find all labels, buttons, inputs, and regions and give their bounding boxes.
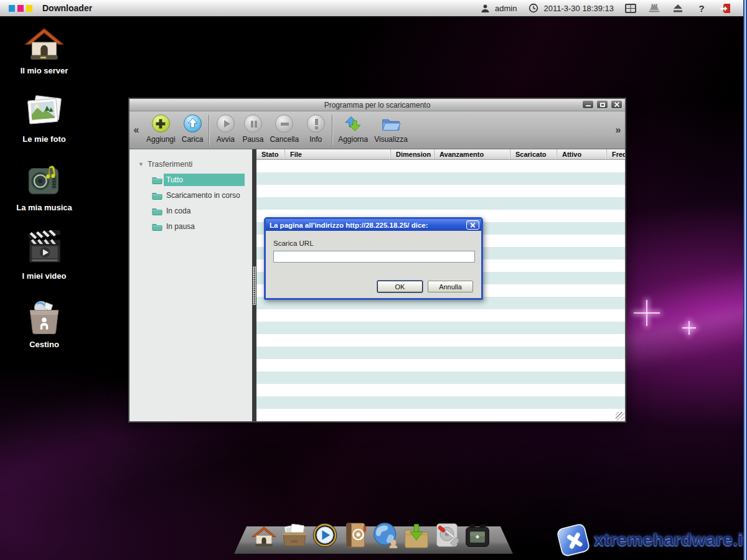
url-prompt-dialog: La pagina all'indirizzo http://28.225.18…: [264, 217, 483, 300]
wallpaper-sparkle: [682, 321, 696, 335]
clock-display: 2011-3-30 18:39:13: [527, 2, 614, 14]
desktop-icon-label: La mia musica: [16, 203, 72, 212]
sidebar-item-in-coda[interactable]: In coda: [152, 204, 245, 217]
pause-button[interactable]: Pausa: [239, 111, 266, 149]
window-switcher-icon[interactable]: [624, 2, 637, 14]
screen-right-edge: [743, 0, 747, 560]
maximize-button[interactable]: [596, 100, 608, 109]
desktop-icon-label: Le mie foto: [22, 134, 65, 144]
add-download-button[interactable]: Aggiungi: [143, 111, 179, 149]
play-icon: [217, 114, 235, 133]
dock-photos-icon[interactable]: [281, 519, 308, 549]
window-resize-grip[interactable]: [616, 412, 624, 421]
dock-utility-icon[interactable]: [464, 519, 491, 549]
sidebar-item-tutto[interactable]: Tutto: [152, 173, 245, 186]
user-icon: [478, 2, 492, 14]
tree-root-label: Trasferimenti: [148, 160, 192, 169]
dock-downloads-icon[interactable]: [403, 519, 430, 549]
app-title: Downloader: [42, 3, 92, 13]
transfers-sidebar: ▼ Trasferimenti Tutto Scaricamento in co…: [129, 149, 252, 421]
window-titlebar[interactable]: Programma per lo scaricamento: [129, 99, 625, 111]
watermark-text: xtremehardware.it: [594, 530, 747, 550]
wallpaper-sparkle: [634, 300, 660, 326]
url-input[interactable]: [273, 251, 475, 263]
datetime-text: 2011-3-30 18:39:13: [543, 4, 614, 13]
refresh-button[interactable]: Aggiorna: [335, 111, 371, 149]
column-header-stato[interactable]: Stato: [256, 149, 285, 159]
minus-icon: [275, 114, 293, 133]
desktop-icon-label: Il mio server: [21, 66, 68, 75]
music-icon: [24, 162, 65, 199]
info-button[interactable]: Info: [302, 111, 329, 149]
dock: [250, 519, 491, 549]
tree-root-trasferimenti[interactable]: ▼ Trasferimenti: [138, 158, 252, 170]
trash-icon: [24, 299, 65, 336]
clock-icon: [527, 2, 540, 14]
top-menu-bar: Downloader admin 2011-3-30 18:39:13: [0, 0, 747, 17]
minimize-button[interactable]: [582, 100, 594, 109]
start-button[interactable]: Avvia: [212, 111, 239, 149]
refresh-icon: [343, 114, 363, 133]
sidebar-item-in-pausa[interactable]: In pausa: [152, 220, 245, 233]
sidebar-item-scaricamento-in-corso[interactable]: Scaricamento in corso: [152, 189, 245, 202]
cancel-button[interactable]: Annulla: [428, 281, 473, 292]
url-field-label: Scarica URL: [273, 240, 314, 247]
column-header-dimension[interactable]: Dimension: [391, 149, 435, 159]
table-header-row: Stato File Dimension Avanzamento Scarica…: [256, 149, 625, 160]
window-title: Programma per lo scaricamento: [324, 101, 431, 110]
upload-icon: [184, 114, 202, 133]
dock-contacts-icon[interactable]: [342, 519, 369, 549]
dialog-title: La pagina all'indirizzo http://28.225.18…: [270, 222, 428, 229]
dialog-titlebar[interactable]: La pagina all'indirizzo http://28.225.18…: [266, 219, 481, 231]
desktop-icon-my-photos[interactable]: Le mie foto: [4, 93, 85, 162]
desktop-icon-label: Cestino: [29, 340, 59, 349]
sidebar-splitter[interactable]: [252, 149, 256, 421]
upload-torrent-button[interactable]: Carica: [179, 111, 207, 149]
desktop-icon-my-server[interactable]: Il mio server: [4, 25, 85, 93]
toolbar-scroll-left[interactable]: «: [129, 111, 143, 149]
toolbar-separator: [209, 115, 209, 145]
column-header-scaricato[interactable]: Scaricato: [510, 149, 557, 159]
dock-web-icon[interactable]: [372, 519, 400, 549]
desktop-icon-my-music[interactable]: La mia musica: [4, 162, 85, 230]
splitter-grip-icon: [253, 266, 256, 305]
close-button[interactable]: [611, 100, 622, 109]
desktop-icon-trash[interactable]: Cestino: [4, 299, 85, 367]
dialog-close-icon[interactable]: [466, 220, 479, 230]
toolbar-separator: [332, 115, 332, 145]
folder-teal-icon: [152, 222, 162, 231]
logout-icon[interactable]: [718, 2, 732, 14]
photos-icon: [24, 93, 65, 131]
desktop-icon-my-videos[interactable]: I miei video: [4, 230, 85, 299]
dock-tools-icon[interactable]: [433, 519, 461, 549]
pause-icon: [244, 114, 262, 133]
home-icon: [24, 25, 65, 62]
desktop-icon-label: I miei video: [22, 271, 67, 281]
column-header-file[interactable]: File: [285, 149, 391, 159]
desktop-icon-column: Il mio server Le mie foto: [4, 25, 85, 367]
column-header-freq[interactable]: Freq: [607, 149, 625, 159]
column-header-avanzamento[interactable]: Avanzamento: [435, 149, 510, 159]
watermark: xtremehardware.it: [559, 521, 746, 559]
plus-icon: [152, 114, 170, 133]
delete-button[interactable]: Cancella: [266, 111, 302, 149]
eject-icon[interactable]: [671, 2, 685, 14]
xtremehardware-logo-icon: [556, 523, 591, 558]
caret-down-icon: ▼: [138, 161, 144, 167]
toolbar-scroll-right[interactable]: »: [611, 111, 625, 149]
dock-home-icon[interactable]: [250, 519, 278, 549]
folder-teal-icon: [152, 175, 162, 184]
user-name: admin: [495, 4, 517, 13]
ok-button[interactable]: OK: [377, 281, 423, 292]
column-header-attivo[interactable]: Attivo: [557, 149, 607, 159]
window-toolbar: « Aggiungi Carica Avvia Pausa: [129, 111, 625, 149]
devices-icon[interactable]: [647, 2, 661, 14]
dock-media-player-icon[interactable]: [311, 519, 339, 549]
view-button[interactable]: Visualizza: [371, 111, 411, 149]
screen: Downloader admin 2011-3-30 18:39:13: [0, 0, 747, 560]
help-icon[interactable]: ?: [695, 2, 708, 14]
exclamation-icon: [307, 114, 325, 133]
user-menu[interactable]: admin: [478, 2, 517, 14]
videos-icon: [24, 230, 65, 268]
folder-icon: [381, 114, 401, 133]
